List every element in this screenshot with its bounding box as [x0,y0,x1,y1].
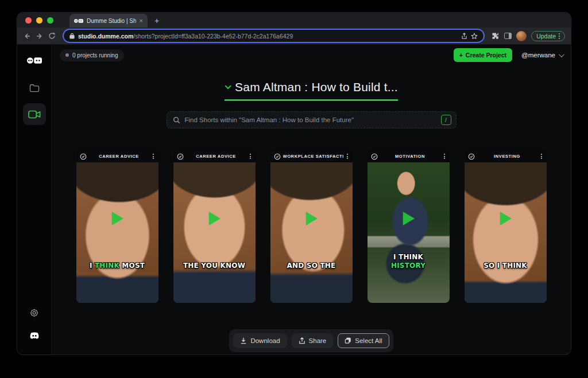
select-all-label: Select All [355,337,382,344]
profile-avatar[interactable] [516,31,527,41]
chevron-down-icon [559,52,564,57]
content-top-row: 0 projects running + Create Project @mer… [52,45,571,62]
shorts-row: CAREER ADVICE I THINK MOST CAREER ADVICE… [76,150,547,303]
window-controls[interactable] [17,13,61,28]
close-window-button[interactable] [25,17,32,24]
short-card[interactable]: INVESTING SO I THINK [465,150,547,303]
chrome-update-button[interactable]: Update [531,31,565,41]
short-card-header: CAREER ADVICE [173,150,256,162]
check-circle-icon[interactable] [80,153,87,160]
search-icon [173,116,180,124]
download-button[interactable]: Download [233,333,287,348]
video-caption: AND SO THE [270,262,353,270]
account-menu[interactable]: @merwane [521,52,563,59]
main-content: 0 projects running + Create Project @mer… [52,45,571,354]
short-category-label: INVESTING [477,154,537,159]
bookmark-star-icon[interactable] [471,33,478,40]
download-icon [240,337,247,344]
minimize-window-button[interactable] [36,17,42,24]
extensions-puzzle-icon[interactable] [492,32,500,40]
video-caption: THE YOU KNOW [173,262,256,270]
play-icon[interactable] [305,212,318,225]
new-tab-button[interactable]: + [148,14,166,28]
card-kebab-menu-icon[interactable] [443,154,446,159]
select-all-button[interactable]: Select All [338,333,389,348]
select-all-icon [345,337,351,344]
url-bar[interactable]: studio.dumme.com/shorts?projectId=ff3a3a… [64,30,483,42]
dumme-favicon-icon [74,19,83,23]
card-kebab-menu-icon[interactable] [249,154,252,159]
sidebar-item-settings[interactable] [23,303,46,322]
gear-icon [29,308,39,318]
search-bar[interactable]: / [167,111,457,128]
tab-title: Dumme Studio | Shorts [87,18,136,24]
check-circle-icon[interactable] [371,153,378,160]
create-project-button[interactable]: + Create Project [454,48,512,62]
browser-tab[interactable]: Dumme Studio | Shorts × [69,14,148,28]
card-kebab-menu-icon[interactable] [346,154,349,159]
refresh-icon[interactable] [48,32,56,40]
short-category-label: WORKPLACE SATISFACTI... [283,154,343,159]
short-card-header: MOTIVATION [368,150,450,162]
projects-running-badge: 0 projects running [60,49,124,61]
page-title: Sam Altman : How to Build t... [235,80,398,94]
share-page-icon[interactable] [461,33,467,40]
short-card[interactable]: CAREER ADVICE I THINK MOST [76,150,158,303]
screenshot-stage: Dumme Studio | Shorts × + studio.dumme.c… [0,0,588,378]
url-text: studio.dumme.com/shorts?projectId=ff3a3a… [78,33,458,40]
video-caption: SO I THINK [465,262,547,270]
card-kebab-menu-icon[interactable] [540,154,543,159]
short-card[interactable]: WORKPLACE SATISFACTI... AND SO THE [270,150,353,303]
video-thumbnail[interactable]: I THINK MOST [76,162,158,303]
app-root: 0 projects running + Create Project @mer… [17,45,571,354]
check-circle-icon[interactable] [177,153,184,160]
check-circle-icon[interactable] [468,153,475,160]
check-circle-icon[interactable] [274,153,281,160]
side-panel-icon[interactable] [504,33,512,39]
play-icon[interactable] [111,212,123,225]
video-thumbnail[interactable]: AND SO THE [270,162,353,303]
video-thumbnail[interactable]: I THINKHISTORY [368,162,450,303]
sidebar-item-home-logo[interactable] [23,50,46,70]
projects-running-label: 0 projects running [72,52,118,59]
sidebar-item-discord[interactable] [23,326,46,345]
download-label: Download [250,337,280,344]
card-kebab-menu-icon[interactable] [152,154,155,159]
short-card-header: CAREER ADVICE [76,150,158,162]
kebab-menu-icon [559,33,560,39]
search-input[interactable] [185,116,436,123]
short-card[interactable]: CAREER ADVICE THE YOU KNOW [173,150,256,303]
short-card-header: INVESTING [465,150,547,162]
maximize-window-button[interactable] [47,17,53,24]
short-category-label: CAREER ADVICE [89,154,149,159]
discord-icon [29,332,40,340]
browser-toolbar: studio.dumme.com/shorts?projectId=ff3a3a… [17,28,571,45]
video-thumbnail[interactable]: THE YOU KNOW [173,162,256,303]
action-bar: Download Share Select All [229,329,393,352]
share-button[interactable]: Share [292,333,334,348]
account-name: @merwane [521,52,555,59]
video-thumbnail[interactable]: SO I THINK [465,162,547,303]
title-chevron-down-icon[interactable] [225,83,231,89]
play-icon[interactable] [402,212,415,225]
sidebar-item-shorts[interactable] [23,103,46,125]
tab-close-icon[interactable]: × [140,17,143,24]
share-icon [299,337,305,344]
video-caption: I THINKHISTORY [368,253,450,270]
short-card[interactable]: MOTIVATION I THINKHISTORY [368,150,450,303]
url-path: /shorts?projectId=ff3a3a10-223b-4e52-b77… [133,33,293,40]
project-title-block: Sam Altman : How to Build t... [225,80,398,101]
sidebar-item-projects[interactable] [23,78,46,98]
play-icon[interactable] [499,212,512,225]
back-icon[interactable] [23,32,31,40]
plus-icon: + [459,52,463,59]
lock-icon [69,33,75,39]
play-icon[interactable] [208,212,220,225]
folder-icon [29,84,40,92]
video-caption: I THINK MOST [76,262,158,270]
create-project-label: Create Project [466,52,506,59]
dumme-logo-icon [27,57,42,64]
forward-icon[interactable] [36,32,44,40]
update-label: Update [536,33,556,40]
video-camera-icon [28,110,41,119]
